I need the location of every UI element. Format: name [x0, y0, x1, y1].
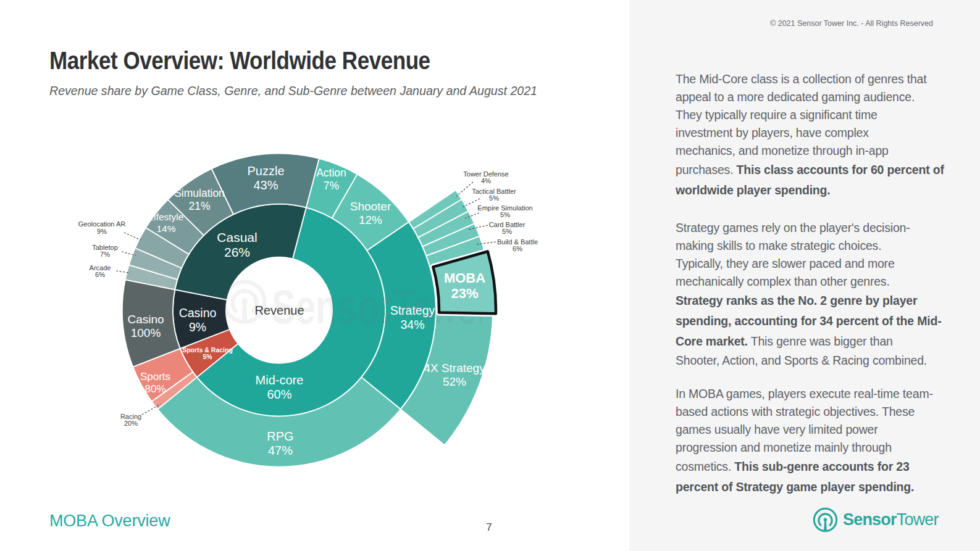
svg-text:Tabletop: Tabletop: [92, 244, 118, 251]
svg-text:Simulation: Simulation: [174, 187, 225, 199]
svg-text:Mid-core: Mid-core: [256, 373, 304, 387]
svg-text:Geolocation AR: Geolocation AR: [78, 220, 125, 228]
svg-text:MOBA: MOBA: [444, 270, 485, 286]
svg-text:Strategy: Strategy: [390, 304, 435, 317]
svg-text:Puzzle: Puzzle: [247, 164, 284, 178]
svg-text:Card Battler: Card Battler: [489, 221, 526, 228]
svg-text:52%: 52%: [443, 375, 466, 388]
svg-text:7%: 7%: [100, 251, 110, 258]
svg-text:Casual: Casual: [217, 230, 257, 244]
svg-text:RPG: RPG: [267, 429, 293, 443]
svg-text:Casino: Casino: [179, 306, 217, 320]
svg-text:34%: 34%: [400, 318, 424, 331]
svg-text:Racing: Racing: [120, 413, 141, 420]
svg-text:Shooter: Shooter: [350, 200, 392, 213]
svg-text:20%: 20%: [124, 420, 138, 427]
svg-text:47%: 47%: [268, 444, 293, 457]
svg-text:9%: 9%: [189, 320, 206, 334]
svg-text:23%: 23%: [451, 286, 478, 301]
svg-text:6%: 6%: [95, 271, 105, 278]
svg-text:21%: 21%: [188, 200, 210, 212]
svg-text:9%: 9%: [97, 228, 107, 235]
svg-text:43%: 43%: [253, 178, 278, 192]
svg-text:Tactical Battler: Tactical Battler: [472, 188, 516, 195]
svg-text:Arcade: Arcade: [90, 264, 111, 271]
svg-text:26%: 26%: [224, 245, 250, 259]
svg-text:Lifestyle: Lifestyle: [149, 212, 184, 222]
svg-text:5%: 5%: [500, 211, 510, 218]
svg-text:4%: 4%: [481, 177, 491, 184]
svg-text:60%: 60%: [267, 387, 291, 401]
svg-text:Sports: Sports: [140, 371, 170, 383]
svg-text:Tower Defense: Tower Defense: [463, 170, 508, 178]
svg-text:Build & Battle: Build & Battle: [497, 238, 538, 246]
svg-text:7%: 7%: [324, 180, 339, 192]
svg-text:80%: 80%: [144, 383, 165, 395]
svg-text:12%: 12%: [359, 213, 382, 226]
svg-text:Casino: Casino: [127, 313, 164, 326]
svg-text:Empire Simulation: Empire Simulation: [477, 204, 532, 212]
svg-text:Action: Action: [316, 167, 346, 179]
svg-text:4X Strategy: 4X Strategy: [424, 362, 485, 375]
svg-text:5%: 5%: [502, 228, 512, 235]
svg-text:Revenue: Revenue: [254, 304, 304, 317]
svg-text:6%: 6%: [513, 245, 522, 252]
svg-text:14%: 14%: [156, 223, 175, 234]
svg-text:5%: 5%: [203, 353, 212, 360]
svg-text:5%: 5%: [489, 194, 499, 202]
svg-text:100%: 100%: [131, 326, 161, 339]
